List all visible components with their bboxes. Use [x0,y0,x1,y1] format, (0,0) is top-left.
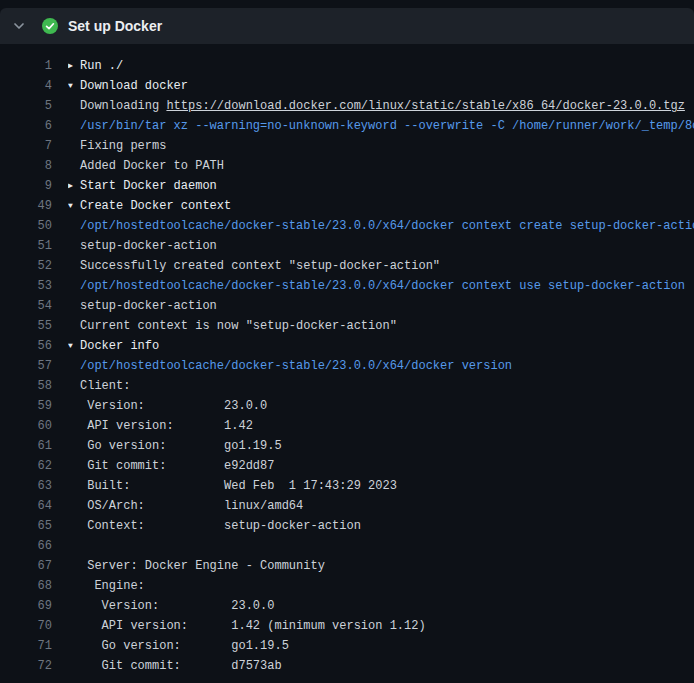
line-number[interactable]: 57 [0,356,52,376]
log-line-content: Built: Wed Feb 1 17:43:29 2023 [68,476,694,496]
line-number[interactable]: 63 [0,476,52,496]
log-row: 59 Version: 23.0.0 [0,396,694,416]
log-row: 67 Server: Docker Engine - Community [0,556,694,576]
log-text: Added Docker to PATH [80,159,224,173]
triangle-down-icon[interactable]: ▼ [68,196,80,216]
triangle-down-icon[interactable]: ▼ [68,336,80,356]
log-line-content: API version: 1.42 (minimum version 1.12) [68,616,694,636]
log-text: Go version: go1.19.5 [80,639,289,653]
log-line-content [68,536,694,556]
log-row: 51setup-docker-action [0,236,694,256]
line-number[interactable]: 52 [0,256,52,276]
log-text: API version: 1.42 (minimum version 1.12) [80,619,426,633]
command-text: /opt/hostedtoolcache/docker-stable/23.0.… [80,279,685,293]
log-group-row[interactable]: 56▼Docker info [0,336,694,356]
log-group-row[interactable]: 4▼Download docker [0,76,694,96]
log-line-content: Git commit: e92dd87 [68,456,694,476]
log-line-content: Git commit: d7573ab [68,656,694,676]
log-text: Fixing perms [80,139,166,153]
log-row: 64 OS/Arch: linux/amd64 [0,496,694,516]
log-row: 58Client: [0,376,694,396]
log-group-row[interactable]: 49▼Create Docker context [0,196,694,216]
line-number[interactable]: 59 [0,396,52,416]
line-number[interactable]: 50 [0,216,52,236]
line-number[interactable]: 60 [0,416,52,436]
log-text: setup-docker-action [80,299,217,313]
log-line-content: /opt/hostedtoolcache/docker-stable/23.0.… [68,216,694,236]
line-number[interactable]: 9 [0,176,52,196]
step-title: Set up Docker [68,18,162,34]
log-group-row[interactable]: 9▶Start Docker daemon [0,176,694,196]
log-text: Go version: go1.19.5 [80,439,282,453]
log-text: Client: [80,379,130,393]
log-line-content: ▼Docker info [68,336,694,356]
log-text: Engine: [80,579,145,593]
log-link[interactable]: https://download.docker.com/linux/static… [166,99,684,113]
log-line-content: Successfully created context "setup-dock… [68,256,694,276]
log-line-content: Server: Docker Engine - Community [68,556,694,576]
line-number[interactable]: 65 [0,516,52,536]
log-line-content: Version: 23.0.0 [68,396,694,416]
log-line-content: ▼Download docker [68,76,694,96]
log-text: OS/Arch: linux/amd64 [80,499,303,513]
line-number[interactable]: 61 [0,436,52,456]
log-line-content: Downloading https://download.docker.com/… [68,96,694,116]
line-number[interactable]: 8 [0,156,52,176]
line-number[interactable]: 67 [0,556,52,576]
line-number[interactable]: 5 [0,96,52,116]
log-row: 63 Built: Wed Feb 1 17:43:29 2023 [0,476,694,496]
log-row: 69 Version: 23.0.0 [0,596,694,616]
line-number[interactable]: 55 [0,316,52,336]
log-line-content: ▶Start Docker daemon [68,176,694,196]
step-header[interactable]: Set up Docker [0,8,694,44]
chevron-down-icon[interactable] [12,19,26,33]
log-row: 72 Git commit: d7573ab [0,656,694,676]
log-container: 1▶Run ./4▼Download docker5Downloading ht… [0,44,694,676]
log-text: Version: 23.0.0 [80,399,267,413]
line-number[interactable]: 54 [0,296,52,316]
line-number[interactable]: 62 [0,456,52,476]
log-text: Successfully created context "setup-dock… [80,259,440,273]
line-number[interactable]: 6 [0,116,52,136]
triangle-right-icon[interactable]: ▶ [68,56,80,76]
log-line-content: Context: setup-docker-action [68,516,694,536]
log-row: 5Downloading https://download.docker.com… [0,96,694,116]
line-number[interactable]: 49 [0,196,52,216]
line-number[interactable]: 72 [0,656,52,676]
log-group-row[interactable]: 1▶Run ./ [0,56,694,76]
line-number[interactable]: 68 [0,576,52,596]
line-number[interactable]: 69 [0,596,52,616]
line-number[interactable]: 70 [0,616,52,636]
line-number[interactable]: 64 [0,496,52,516]
log-line-content: /opt/hostedtoolcache/docker-stable/23.0.… [68,276,694,296]
log-row: 65 Context: setup-docker-action [0,516,694,536]
log-row: 52Successfully created context "setup-do… [0,256,694,276]
group-title-text: Docker info [80,339,159,353]
command-text: /usr/bin/tar xz --warning=no-unknown-key… [80,119,694,133]
line-number[interactable]: 7 [0,136,52,156]
triangle-right-icon[interactable]: ▶ [68,176,80,196]
log-line-content: setup-docker-action [68,296,694,316]
log-line-content: Added Docker to PATH [68,156,694,176]
log-row: 6/usr/bin/tar xz --warning=no-unknown-ke… [0,116,694,136]
log-text: Downloading [80,99,166,113]
line-number[interactable]: 66 [0,536,52,556]
log-row: 50/opt/hostedtoolcache/docker-stable/23.… [0,216,694,236]
log-line-content: /opt/hostedtoolcache/docker-stable/23.0.… [68,356,694,376]
triangle-down-icon[interactable]: ▼ [68,76,80,96]
command-text: /opt/hostedtoolcache/docker-stable/23.0.… [80,219,694,233]
line-number[interactable]: 58 [0,376,52,396]
log-text: Context: setup-docker-action [80,519,361,533]
log-line-content: API version: 1.42 [68,416,694,436]
line-number[interactable]: 1 [0,56,52,76]
log-row: 62 Git commit: e92dd87 [0,456,694,476]
line-number[interactable]: 4 [0,76,52,96]
line-number[interactable]: 51 [0,236,52,256]
line-number[interactable]: 53 [0,276,52,296]
group-title-text: Start Docker daemon [80,179,217,193]
line-number[interactable]: 56 [0,336,52,356]
log-line-content: ▼Create Docker context [68,196,694,216]
log-row: 7Fixing perms [0,136,694,156]
line-number[interactable]: 71 [0,636,52,656]
command-text: /opt/hostedtoolcache/docker-stable/23.0.… [80,359,512,373]
